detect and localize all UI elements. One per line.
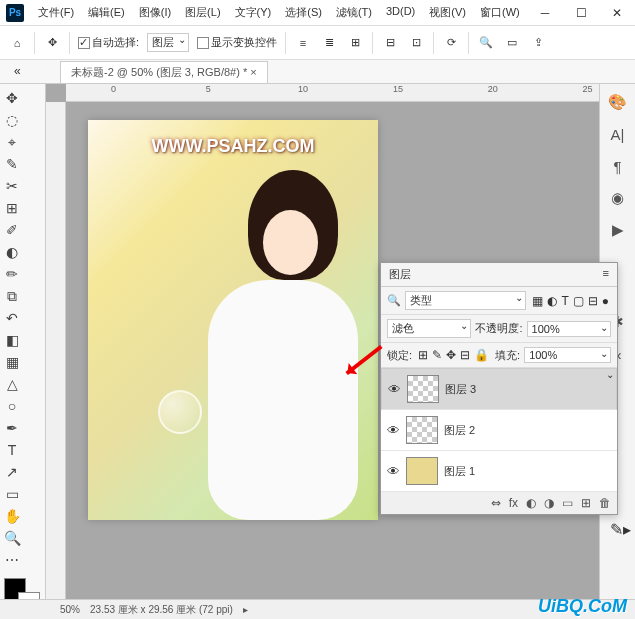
main-menu: 文件(F) 编辑(E) 图像(I) 图层(L) 文字(Y) 选择(S) 滤镜(T… xyxy=(32,1,526,24)
lasso-tool-icon[interactable]: ⌖ xyxy=(2,132,22,152)
home-icon[interactable]: ⌂ xyxy=(8,34,26,52)
fill-input[interactable]: 100% xyxy=(524,347,611,363)
filter-kind-select[interactable]: 类型 xyxy=(405,291,526,310)
layer-thumb[interactable] xyxy=(406,416,438,444)
layer-item[interactable]: 👁 图层 2 xyxy=(381,410,617,451)
blend-mode-select[interactable]: 滤色 xyxy=(387,319,471,338)
align-icon[interactable]: ≣ xyxy=(320,34,338,52)
marquee-tool-icon[interactable]: ◌ xyxy=(2,110,22,130)
new-layer-icon[interactable]: ⊞ xyxy=(581,496,591,510)
share-icon[interactable]: ⇪ xyxy=(529,34,547,52)
lock-label: 锁定: xyxy=(387,348,412,363)
fx-icon[interactable]: fx xyxy=(509,496,518,510)
auto-select-target[interactable]: 图层 xyxy=(147,33,189,52)
layer-name[interactable]: 图层 2 xyxy=(444,423,475,438)
auto-select-checkbox[interactable]: 自动选择: xyxy=(78,35,139,50)
document-canvas[interactable]: WWW.PSAHZ.COM xyxy=(88,120,378,520)
filter-icons[interactable]: ▦◐T▢⊟● xyxy=(530,294,611,308)
visibility-icon[interactable]: 👁 xyxy=(387,464,400,479)
group-icon[interactable]: ▭ xyxy=(562,496,573,510)
brush-tool-icon[interactable]: ✏ xyxy=(2,264,22,284)
frame-tool-icon[interactable]: ⊞ xyxy=(2,198,22,218)
layer-item[interactable]: 👁 图层 1 xyxy=(381,451,617,492)
search-icon[interactable]: 🔍 xyxy=(477,34,495,52)
dodge-tool-icon[interactable]: ○ xyxy=(2,396,22,416)
stamp-tool-icon[interactable]: ⧉ xyxy=(2,286,22,306)
eraser-tool-icon[interactable]: ◧ xyxy=(2,330,22,350)
opacity-input[interactable]: 100% xyxy=(527,321,611,337)
separator xyxy=(34,32,35,54)
maximize-icon[interactable]: ☐ xyxy=(563,0,599,26)
color-panel-icon[interactable]: 🎨 xyxy=(608,92,628,112)
menu-filter[interactable]: 滤镜(T) xyxy=(330,1,378,24)
document-tab[interactable]: 未标题-2 @ 50% (图层 3, RGB/8#) * × xyxy=(60,61,268,83)
ruler-vertical xyxy=(46,102,66,599)
history-brush-icon[interactable]: ↶ xyxy=(2,308,22,328)
layers-footer: ⇔ fx ◐ ◑ ▭ ⊞ 🗑 xyxy=(381,492,617,514)
tools-panel: ✥ ◌ ⌖ ✎ ✂ ⊞ ✐ ◐ ✏ ⧉ ↶ ◧ ▦ △ ○ ✒ T ↗ ▭ ✋ … xyxy=(0,84,46,599)
options-bar: ⌂ ✥ 自动选择: 图层 显示变换控件 ≡ ≣ ⊞ ⊟ ⊡ ⟳ 🔍 ▭ ⇪ xyxy=(0,26,635,60)
panel-menu-icon[interactable]: ≡ xyxy=(603,267,609,282)
menu-layer[interactable]: 图层(L) xyxy=(179,1,226,24)
zoom-tool-icon[interactable]: 🔍 xyxy=(2,528,22,548)
lock-icons[interactable]: ⊞✎✥⊟🔒 xyxy=(416,348,491,362)
show-transform-checkbox[interactable]: 显示变换控件 xyxy=(197,35,277,50)
3d-mode-icon[interactable]: ⟳ xyxy=(442,34,460,52)
layer-item[interactable]: 👁 图层 3 xyxy=(381,368,617,410)
move-tool-icon[interactable]: ✥ xyxy=(43,34,61,52)
layer-thumb[interactable] xyxy=(406,457,438,485)
heal-tool-icon[interactable]: ◐ xyxy=(2,242,22,262)
menu-image[interactable]: 图像(I) xyxy=(133,1,177,24)
more-tools-icon[interactable]: ⋯ xyxy=(2,550,22,570)
move-tool-icon[interactable]: ✥ xyxy=(2,88,22,108)
zoom-level[interactable]: 50% xyxy=(60,604,80,615)
menu-text[interactable]: 文字(Y) xyxy=(229,1,278,24)
ps-logo: Ps xyxy=(6,4,24,22)
text-tool-icon[interactable]: T xyxy=(2,440,22,460)
hand-tool-icon[interactable]: ✋ xyxy=(2,506,22,526)
align-icon[interactable]: ≡ xyxy=(294,34,312,52)
link-icon[interactable]: ⇔ xyxy=(491,496,501,510)
minimize-icon[interactable]: ─ xyxy=(527,0,563,26)
align-icon[interactable]: ⊞ xyxy=(346,34,364,52)
collapse-icon[interactable]: « xyxy=(14,64,21,78)
menu-edit[interactable]: 编辑(E) xyxy=(82,1,131,24)
distribute-icon[interactable]: ⊡ xyxy=(407,34,425,52)
brand-watermark: UiBQ.CoM xyxy=(538,596,627,617)
pen-tool-icon[interactable]: ✒ xyxy=(2,418,22,438)
paragraph-icon[interactable]: ¶ xyxy=(608,156,628,176)
shape-tool-icon[interactable]: ▭ xyxy=(2,484,22,504)
trash-icon[interactable]: 🗑 xyxy=(599,496,611,510)
separator xyxy=(372,32,373,54)
path-tool-icon[interactable]: ↗ xyxy=(2,462,22,482)
menu-3d[interactable]: 3D(D) xyxy=(380,1,421,24)
menu-file[interactable]: 文件(F) xyxy=(32,1,80,24)
visibility-icon[interactable]: 👁 xyxy=(387,423,400,438)
panel-tab[interactable]: 图层≡ xyxy=(381,263,617,287)
close-tab-icon[interactable]: × xyxy=(250,66,256,78)
separator xyxy=(285,32,286,54)
mask-icon[interactable]: ◐ xyxy=(526,496,536,510)
workspace-icon[interactable]: ▭ xyxy=(503,34,521,52)
eyedropper-tool-icon[interactable]: ✐ xyxy=(2,220,22,240)
gradient-tool-icon[interactable]: ▦ xyxy=(2,352,22,372)
swatches-icon[interactable]: ◉ xyxy=(608,188,628,208)
layer-thumb[interactable] xyxy=(407,375,439,403)
visibility-icon[interactable]: 👁 xyxy=(388,382,401,397)
actions-icon[interactable]: ▶ xyxy=(608,220,628,240)
wand-tool-icon[interactable]: ✎ xyxy=(2,154,22,174)
close-icon[interactable]: ✕ xyxy=(599,0,635,26)
char-panel-icon[interactable]: A| xyxy=(608,124,628,144)
distribute-icon[interactable]: ⊟ xyxy=(381,34,399,52)
menu-view[interactable]: 视图(V) xyxy=(423,1,472,24)
separator xyxy=(433,32,434,54)
menu-select[interactable]: 选择(S) xyxy=(279,1,328,24)
doc-info[interactable]: 23.53 厘米 x 29.56 厘米 (72 ppi) xyxy=(90,603,233,617)
layer-name[interactable]: 图层 1 xyxy=(444,464,475,479)
layer-name[interactable]: 图层 3 xyxy=(445,382,476,397)
menu-window[interactable]: 窗口(W) xyxy=(474,1,526,24)
blur-tool-icon[interactable]: △ xyxy=(2,374,22,394)
crop-tool-icon[interactable]: ✂ xyxy=(2,176,22,196)
edit-panel-icon[interactable]: ✎▸ xyxy=(610,520,631,539)
adjustment-icon[interactable]: ◑ xyxy=(544,496,554,510)
